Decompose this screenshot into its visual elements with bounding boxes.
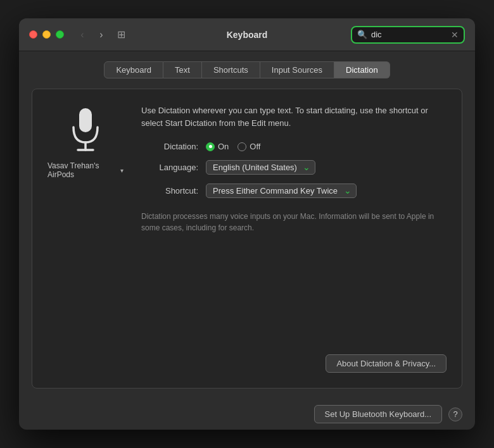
shortcut-label: Shortcut: — [141, 186, 198, 196]
search-icon: 🔍 — [357, 30, 367, 39]
shortcut-row: Shortcut: Press Either Command Key Twice — [141, 184, 446, 198]
dictation-radio-group: On Off — [206, 142, 260, 151]
microphone-icon — [66, 104, 104, 155]
footer: Set Up Bluetooth Keyboard... ? — [19, 399, 475, 430]
main-window: ‹ › ⊞ Keyboard 🔍 ✕ Keyboard Text Shortcu… — [19, 18, 475, 430]
mic-dropdown-icon: ▾ — [120, 167, 124, 174]
tabs: Keyboard Text Shortcuts Input Sources Di… — [32, 61, 462, 78]
mic-device-label[interactable]: Vasav Trehan's AirPods ▾ — [48, 161, 124, 179]
search-clear-icon[interactable]: ✕ — [451, 30, 459, 40]
forward-button[interactable]: › — [93, 28, 110, 41]
setup-bluetooth-button[interactable]: Set Up Bluetooth Keyboard... — [314, 405, 442, 423]
mic-device-text: Vasav Trehan's AirPods — [48, 161, 118, 179]
traffic-lights — [29, 30, 64, 39]
shortcut-select[interactable]: Press Either Command Key Twice — [206, 184, 357, 198]
dictation-label: Dictation: — [141, 142, 198, 151]
panel-bottom: About Dictation & Privacy... — [48, 354, 446, 373]
language-row: Language: English (United States) — [141, 160, 446, 175]
dictation-toggle-row: Dictation: On Off — [141, 142, 446, 151]
dictation-off-radio[interactable] — [238, 142, 246, 151]
language-select[interactable]: English (United States) — [206, 160, 315, 175]
tab-text[interactable]: Text — [163, 61, 202, 78]
dictation-on-option[interactable]: On — [206, 142, 229, 151]
description-text: Use Dictation wherever you can type text… — [141, 104, 446, 129]
dictation-off-option[interactable]: Off — [238, 142, 260, 151]
about-dictation-button[interactable]: About Dictation & Privacy... — [326, 354, 446, 373]
titlebar: ‹ › ⊞ Keyboard 🔍 ✕ — [19, 18, 475, 51]
dictation-off-label: Off — [250, 142, 260, 151]
help-button[interactable]: ? — [448, 408, 462, 421]
shortcut-select-wrapper: Press Either Command Key Twice — [206, 184, 357, 198]
panel-settings: Use Dictation wherever you can type text… — [141, 104, 446, 233]
language-label: Language: — [141, 163, 198, 172]
language-select-wrapper: English (United States) — [206, 160, 315, 175]
window-title: Keyboard — [227, 30, 268, 40]
fullscreen-button[interactable] — [56, 30, 64, 39]
close-button[interactable] — [29, 30, 37, 39]
tab-shortcuts[interactable]: Shortcuts — [202, 61, 260, 78]
content-area: Keyboard Text Shortcuts Input Sources Di… — [19, 51, 475, 399]
search-input[interactable] — [371, 30, 447, 39]
minimize-button[interactable] — [42, 30, 51, 39]
nav-buttons: ‹ › — [74, 28, 110, 41]
tab-dictation[interactable]: Dictation — [334, 61, 390, 78]
panel-main: Vasav Trehan's AirPods ▾ Use Dictation w… — [48, 104, 446, 233]
tab-input-sources[interactable]: Input Sources — [260, 61, 334, 78]
dictation-panel: Vasav Trehan's AirPods ▾ Use Dictation w… — [32, 89, 462, 389]
dictation-on-label: On — [218, 142, 229, 151]
tab-keyboard[interactable]: Keyboard — [104, 61, 163, 78]
dictation-on-radio[interactable] — [206, 142, 215, 151]
grid-icon: ⊞ — [117, 28, 125, 40]
mic-area: Vasav Trehan's AirPods ▾ — [48, 104, 124, 179]
svg-rect-0 — [79, 108, 92, 132]
back-button[interactable]: ‹ — [74, 28, 91, 41]
search-bar: 🔍 ✕ — [351, 26, 465, 44]
privacy-text: Dictation processes many voice inputs on… — [141, 211, 446, 233]
